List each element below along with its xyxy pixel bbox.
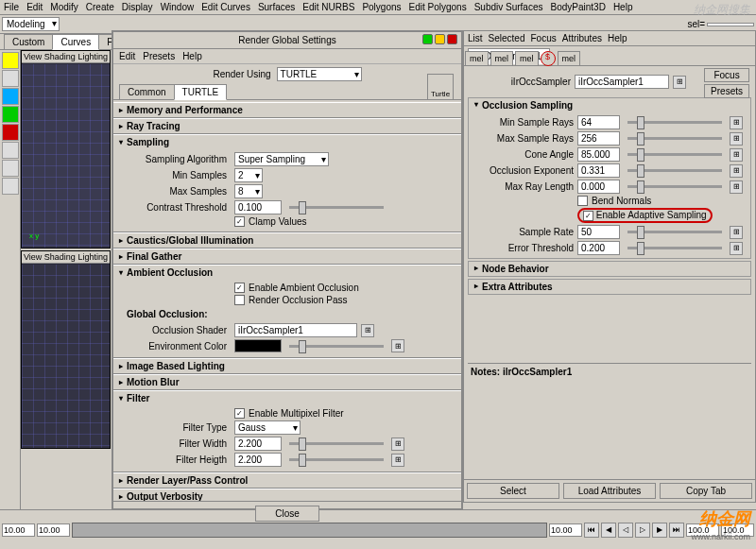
menu-modify[interactable]: Modify xyxy=(50,2,77,12)
presets-button[interactable]: Presets xyxy=(704,84,749,98)
menu-edit[interactable]: Edit xyxy=(26,2,43,12)
viewport-top[interactable]: View Shading Lighting x y xyxy=(21,50,111,249)
max-icon[interactable] xyxy=(435,34,445,44)
menu-editpolygons[interactable]: Edit Polygons xyxy=(409,2,467,12)
menu-polygons[interactable]: Polygons xyxy=(362,2,401,12)
occ-exp-slider[interactable] xyxy=(627,169,722,172)
tl-play-icon[interactable]: ▷ xyxy=(635,523,650,538)
tool-6[interactable] xyxy=(2,142,19,159)
dmenu-edit[interactable]: Edit xyxy=(119,51,135,61)
sec-ibl[interactable]: Image Based Lighting xyxy=(113,359,461,373)
min-rays-map-icon[interactable]: ⊞ xyxy=(730,116,743,129)
mel-btn-1[interactable]: mel xyxy=(465,51,489,66)
sec-final[interactable]: Final Gather xyxy=(113,249,461,264)
filter-type-select[interactable]: Gauss xyxy=(234,420,301,435)
adaptive-checkbox[interactable]: ✓ xyxy=(583,211,593,221)
max-rays-map-icon[interactable]: ⊞ xyxy=(730,132,743,146)
menu-create[interactable]: Create xyxy=(86,2,114,12)
menu-editcurves[interactable]: Edit Curves xyxy=(201,2,250,12)
filter-width-input[interactable]: 2.200 xyxy=(234,437,282,451)
tl-playback-icon[interactable]: ◁ xyxy=(618,523,633,538)
sec-sampling[interactable]: Sampling xyxy=(113,135,461,149)
attr-menu-focus[interactable]: Focus xyxy=(530,33,556,43)
copy-tab-button[interactable]: Copy Tab xyxy=(660,483,752,499)
mel-btn-5[interactable]: mel xyxy=(558,51,581,66)
cone-input[interactable]: 85.000 xyxy=(577,147,620,162)
attr-menu-help[interactable]: Help xyxy=(608,33,627,43)
sec-filter[interactable]: Filter xyxy=(113,391,461,405)
sel-input[interactable] xyxy=(707,23,754,26)
min-rays-input[interactable]: 64 xyxy=(577,115,620,129)
filter-height-slider[interactable] xyxy=(289,458,384,461)
menu-window[interactable]: Window xyxy=(161,2,195,12)
min-icon[interactable] xyxy=(422,34,433,44)
cone-map-icon[interactable]: ⊞ xyxy=(730,148,743,162)
sampler-map-icon[interactable]: ⊞ xyxy=(673,76,686,89)
sampler-name-input[interactable]: iIrOccSampler1 xyxy=(575,75,669,89)
env-color-swatch[interactable] xyxy=(234,339,282,352)
tl-start2[interactable]: 10.00 xyxy=(37,523,70,537)
max-ray-map-icon[interactable]: ⊞ xyxy=(730,180,743,194)
filter-width-slider[interactable] xyxy=(289,442,384,445)
close-icon[interactable] xyxy=(447,34,457,44)
sample-rate-map-icon[interactable]: ⊞ xyxy=(730,226,743,239)
menu-help[interactable]: Help xyxy=(613,2,633,12)
tl-cur[interactable]: 10.00 xyxy=(549,523,582,537)
viewport-menu-2[interactable]: View Shading Lighting xyxy=(22,251,110,264)
attr-menu-attributes[interactable]: Attributes xyxy=(562,33,602,43)
sec-caustics[interactable]: Caustics/Global Illumination xyxy=(113,233,461,248)
extra-attr-header[interactable]: Extra Attributes xyxy=(469,280,750,294)
max-rays-input[interactable]: 256 xyxy=(577,131,620,146)
tl-stepback-icon[interactable]: ◀ xyxy=(601,523,616,538)
tool-8[interactable] xyxy=(2,178,19,195)
enable-ao-checkbox[interactable]: ✓ xyxy=(234,283,245,293)
filter-width-map-icon[interactable]: ⊞ xyxy=(391,437,404,451)
mel-btn-2[interactable]: mel xyxy=(490,51,514,66)
occ-sampling-header[interactable]: Occlusion Sampling xyxy=(469,98,750,112)
dtab-turtle[interactable]: TURTLE xyxy=(174,84,228,100)
err-thresh-slider[interactable] xyxy=(627,247,722,249)
menu-subdiv[interactable]: Subdiv Surfaces xyxy=(474,2,543,12)
sec-renderlayer[interactable]: Render Layer/Pass Control xyxy=(113,473,461,488)
tl-start[interactable]: 10.00 xyxy=(2,523,35,537)
tool-lasso[interactable] xyxy=(2,70,19,87)
sec-ray[interactable]: Ray Tracing xyxy=(113,119,461,133)
sec-verbosity[interactable]: Output Verbosity xyxy=(113,489,461,501)
filter-height-map-icon[interactable]: ⊞ xyxy=(391,454,404,467)
occ-exp-map-icon[interactable]: ⊞ xyxy=(730,164,743,178)
tool-rotate[interactable] xyxy=(2,106,19,123)
sec-ao[interactable]: Ambient Occlusion xyxy=(113,266,461,280)
dmenu-help[interactable]: Help xyxy=(182,51,202,61)
viewport-grid-2[interactable] xyxy=(22,265,110,448)
tool-7[interactable] xyxy=(2,160,19,177)
load-attr-button[interactable]: Load Attributes xyxy=(563,483,656,499)
attr-menu-selected[interactable]: Selected xyxy=(489,33,525,43)
bend-checkbox[interactable] xyxy=(577,196,588,206)
attr-menu-list[interactable]: List xyxy=(468,33,483,43)
dtab-common[interactable]: Common xyxy=(119,84,175,99)
occ-shader-map-icon[interactable]: ⊞ xyxy=(361,324,374,337)
mel-btn-3[interactable]: mel xyxy=(515,51,539,66)
render-occ-checkbox[interactable] xyxy=(234,295,245,305)
tool-move[interactable] xyxy=(2,88,19,105)
mode-select[interactable]: Modeling xyxy=(2,17,60,31)
close-button[interactable]: Close xyxy=(255,506,319,522)
env-color-slider[interactable] xyxy=(289,345,384,348)
sampling-alg-select[interactable]: Super Sampling xyxy=(234,152,329,166)
tl-stepfwd-icon[interactable]: ▶ xyxy=(652,523,667,538)
shelf-tab-custom[interactable]: Custom xyxy=(4,34,53,49)
min-rays-slider[interactable] xyxy=(627,121,722,124)
max-ray-input[interactable]: 0.000 xyxy=(577,180,620,194)
select-button[interactable]: Select xyxy=(467,483,559,499)
tl-end-icon[interactable]: ⏭ xyxy=(669,523,684,538)
tool-select[interactable] xyxy=(2,52,19,69)
viewport-grid[interactable] xyxy=(22,64,110,248)
occ-shader-input[interactable]: iIrOccSampler1 xyxy=(234,323,357,337)
focus-button[interactable]: Focus xyxy=(704,68,749,82)
sec-memory[interactable]: Memory and Performance xyxy=(113,103,461,117)
env-color-map-icon[interactable]: ⊞ xyxy=(391,339,404,352)
filter-height-input[interactable]: 2.200 xyxy=(234,453,282,467)
max-rays-slider[interactable] xyxy=(627,137,722,140)
min-samples-select[interactable]: 2 xyxy=(234,168,263,182)
err-thresh-map-icon[interactable]: ⊞ xyxy=(730,242,743,255)
